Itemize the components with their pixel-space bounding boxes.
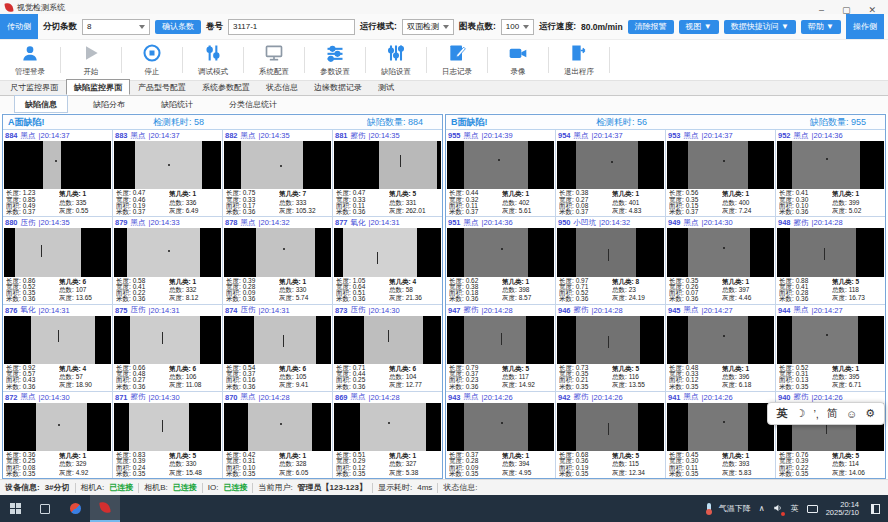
close-button[interactable]: ✕ <box>868 5 876 15</box>
defect-image[interactable] <box>224 403 331 451</box>
defect-cell[interactable]: 951 黑点 |20:14:36 长度: 0.62 宽度: 0.38 面积: 0… <box>446 217 555 303</box>
defect-image[interactable] <box>114 141 221 189</box>
punctuation-icon[interactable]: ’, <box>813 408 819 420</box>
main-tab-3[interactable]: 产品型号配置 <box>130 79 194 95</box>
defect-image[interactable] <box>447 403 554 451</box>
defect-cell[interactable]: 945 黑点 |20:14:27 长度: 0.48 宽度: 0.33 面积: 0… <box>666 305 775 391</box>
defect-image[interactable] <box>334 141 441 189</box>
operate-side-button[interactable]: 操作侧 <box>846 14 884 39</box>
defect-image[interactable] <box>447 141 554 189</box>
sub-tab-4[interactable]: 分类信息统计 <box>218 95 288 113</box>
defect-cell[interactable]: 946 擦伤 |20:14:28 长度: 0.73 宽度: 0.35 面积: 0… <box>556 305 665 391</box>
defect-cell[interactable]: 874 压伤 |20:14:31 长度: 0.54 宽度: 0.37 面积: 0… <box>223 305 332 391</box>
defect-cell[interactable]: 870 黑点 |20:14:28 长度: 0.42 宽度: 0.31 面积: 0… <box>223 392 332 478</box>
main-tab-1[interactable]: 尺寸监控界面 <box>2 79 66 95</box>
weather-text[interactable]: 气温下降 <box>719 503 751 514</box>
defect-image[interactable] <box>4 403 111 451</box>
defect-image[interactable] <box>224 316 331 364</box>
run-mode-select[interactable]: 双面检测 <box>402 19 454 35</box>
defect-cell[interactable]: 881 擦伤 |20:14:35 长度: 0.47 宽度: 0.33 面积: 0… <box>333 130 442 216</box>
defect-cell[interactable]: 873 压伤 |20:14:30 长度: 0.71 宽度: 0.44 面积: 0… <box>333 305 442 391</box>
emoji-icon[interactable]: ☺ <box>846 408 857 420</box>
defect-cell[interactable]: 950 小凹坑 |20:14:32 长度: 0.97 宽度: 0.71 面积: … <box>556 217 665 303</box>
defect-image[interactable] <box>4 228 111 276</box>
record-video-button[interactable]: 录像 <box>492 43 544 77</box>
notification-center-button[interactable] <box>871 504 880 514</box>
log-record-button[interactable]: 日志记录 <box>431 43 483 77</box>
sub-tab-2[interactable]: 缺陷分布 <box>82 95 136 113</box>
defect-cell[interactable]: 941 黑点 |20:14:26 长度: 0.45 宽度: 0.30 面积: 0… <box>666 392 775 478</box>
sub-tab-3[interactable]: 缺陷统计 <box>150 95 204 113</box>
defect-cell[interactable]: 947 擦伤 |20:14:28 长度: 0.79 宽度: 0.37 面积: 0… <box>446 305 555 391</box>
start-menu-button[interactable] <box>0 495 30 522</box>
sub-tab-1[interactable]: 缺陷信息 <box>14 95 68 113</box>
defect-image[interactable] <box>114 403 221 451</box>
defect-image[interactable] <box>777 316 884 364</box>
clear-alarm-button[interactable]: 清除报警 <box>628 20 674 34</box>
defect-image[interactable] <box>777 141 884 189</box>
hidden-icons-button[interactable]: ∧ <box>759 504 765 513</box>
defect-cell[interactable]: 949 黑点 |20:14:30 长度: 0.35 宽度: 0.26 面积: 0… <box>666 217 775 303</box>
speaker-icon[interactable] <box>773 503 783 515</box>
drive-side-button[interactable]: 传动侧 <box>0 14 38 39</box>
defect-cell[interactable]: 883 黑点 |20:14:37 长度: 0.47 宽度: 0.46 面积: 0… <box>113 130 222 216</box>
main-tab-7[interactable]: 测试 <box>370 79 402 95</box>
view-menu-button[interactable]: 视图 ▼ <box>679 20 719 34</box>
main-tab-4[interactable]: 系统参数配置 <box>194 79 258 95</box>
defect-image[interactable] <box>557 141 664 189</box>
defect-image[interactable] <box>334 403 441 451</box>
main-tab-6[interactable]: 边缘数据记录 <box>306 79 370 95</box>
help-menu-button[interactable]: 帮助 ▼ <box>801 20 841 34</box>
defect-image[interactable] <box>334 316 441 364</box>
defect-image[interactable] <box>114 316 221 364</box>
keyboard-icon[interactable] <box>807 505 818 513</box>
defect-image[interactable] <box>334 228 441 276</box>
defect-cell[interactable]: 943 黑点 |20:14:26 长度: 0.37 宽度: 0.28 面积: 0… <box>446 392 555 478</box>
param-settings-button[interactable]: 参数设置 <box>309 43 361 77</box>
defect-cell[interactable]: 876 氧化 |20:14:31 长度: 0.92 宽度: 0.57 面积: 0… <box>3 305 112 391</box>
defect-cell[interactable]: 948 擦伤 |20:14:28 长度: 0.88 宽度: 0.41 面积: 0… <box>776 217 885 303</box>
gear-icon[interactable]: ⚙ <box>865 407 875 420</box>
defect-image[interactable] <box>4 141 111 189</box>
defect-cell[interactable]: 884 黑点 |20:14:37 长度: 1.23 宽度: 0.85 面积: 0… <box>3 130 112 216</box>
defect-image[interactable] <box>224 228 331 276</box>
language-indicator[interactable]: 英 <box>791 503 799 514</box>
defect-settings-button[interactable]: 缺陷设置 <box>370 43 422 77</box>
start-button[interactable]: 开始 <box>65 43 117 77</box>
exit-program-button[interactable]: 退出程序 <box>553 43 605 77</box>
defect-image[interactable] <box>667 316 774 364</box>
defect-image[interactable] <box>4 316 111 364</box>
roll-number-input[interactable]: 3117-1 <box>228 19 355 35</box>
ime-simplified[interactable]: 简 <box>827 406 838 421</box>
admin-login-button[interactable]: 管理登录 <box>4 43 56 77</box>
defect-cell[interactable]: 953 黑点 |20:14:37 长度: 0.56 宽度: 0.35 面积: 0… <box>666 130 775 216</box>
main-tab-2[interactable]: 缺陷监控界面 <box>66 79 130 95</box>
quick-data-access-button[interactable]: 数据快捷访问 ▼ <box>724 20 796 34</box>
defect-cell[interactable]: 952 黑点 |20:14:36 长度: 0.41 宽度: 0.30 面积: 0… <box>776 130 885 216</box>
defect-cell[interactable]: 871 擦伤 |20:14:30 长度: 0.83 宽度: 0.39 面积: 0… <box>113 392 222 478</box>
main-tab-5[interactable]: 状态信息 <box>258 79 306 95</box>
clock[interactable]: 20:14 2025/2/10 <box>826 501 859 517</box>
defect-image[interactable] <box>447 228 554 276</box>
defect-cell[interactable]: 878 黑点 |20:14:32 长度: 0.39 宽度: 0.28 面积: 0… <box>223 217 332 303</box>
defect-cell[interactable]: 879 黑点 |20:14:33 长度: 0.58 宽度: 0.41 面积: 0… <box>113 217 222 303</box>
defect-image[interactable] <box>667 403 774 451</box>
defect-cell[interactable]: 875 压伤 |20:14:31 长度: 0.66 宽度: 0.48 面积: 0… <box>113 305 222 391</box>
defect-image[interactable] <box>667 228 774 276</box>
defect-image[interactable] <box>777 228 884 276</box>
stop-button[interactable]: 停止 <box>126 43 178 77</box>
defect-cell[interactable]: 872 黑点 |20:14:30 长度: 0.36 宽度: 0.25 面积: 0… <box>3 392 112 478</box>
confirm-count-button[interactable]: 确认条数 <box>155 20 201 34</box>
defect-cell[interactable]: 954 黑点 |20:14:37 长度: 0.38 宽度: 0.27 面积: 0… <box>556 130 665 216</box>
system-config-button[interactable]: 系统配置 <box>248 43 300 77</box>
defect-cell[interactable]: 869 黑点 |20:14:28 长度: 0.51 宽度: 0.29 面积: 0… <box>333 392 442 478</box>
minimize-button[interactable]: – <box>819 5 824 15</box>
defect-image[interactable] <box>224 141 331 189</box>
defect-image[interactable] <box>557 228 664 276</box>
defect-cell[interactable]: 880 压伤 |20:14:35 长度: 0.86 宽度: 0.52 面积: 0… <box>3 217 112 303</box>
chart-points-select[interactable]: 100 <box>501 19 534 35</box>
ime-lang-english[interactable]: 英 <box>777 406 788 421</box>
defect-cell[interactable]: 942 擦伤 |20:14:26 长度: 0.68 宽度: 0.36 面积: 0… <box>556 392 665 478</box>
defect-image[interactable] <box>667 141 774 189</box>
defect-cell[interactable]: 882 黑点 |20:14:35 长度: 0.75 宽度: 0.33 面积: 0… <box>223 130 332 216</box>
